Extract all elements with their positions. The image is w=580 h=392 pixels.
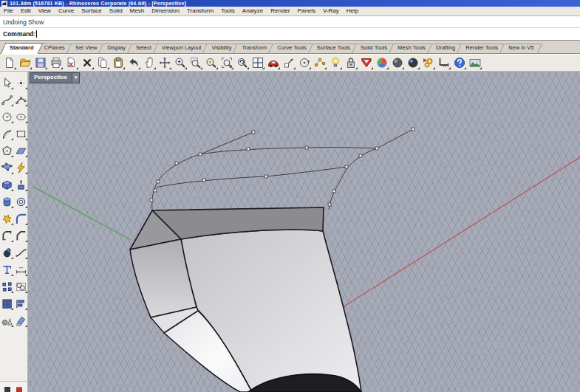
new-file-icon[interactable]: [3, 56, 16, 69]
zoom-extents-icon[interactable]: [220, 56, 233, 69]
control-point[interactable]: [305, 146, 308, 149]
viewport-perspective[interactable]: Perspective ▾: [28, 72, 580, 392]
lock-icon[interactable]: [344, 56, 358, 69]
sidebar-tool-cylinder-icon[interactable]: [1, 196, 13, 208]
tab-surface-tools[interactable]: Surface Tools: [310, 43, 357, 53]
menu-item-edit[interactable]: Edit: [17, 7, 35, 16]
menu-item-mesh[interactable]: Mesh: [126, 7, 149, 16]
sidebar-tool-box-icon[interactable]: [1, 179, 13, 191]
hide-show-icon[interactable]: [329, 56, 342, 69]
sidebar-tool-curve-icon[interactable]: [1, 94, 13, 106]
menu-item-panels[interactable]: Panels: [294, 7, 319, 16]
sidebar-tool-array-icon[interactable]: [1, 298, 13, 310]
move-icon[interactable]: [282, 56, 296, 69]
rotate-view-icon[interactable]: [158, 56, 171, 69]
sidebar-tool-fillet-edge-icon[interactable]: [15, 213, 27, 225]
sidebar-tool-dimension-icon[interactable]: [15, 264, 27, 276]
control-point[interactable]: [247, 148, 250, 151]
menu-item-analyze[interactable]: Analyze: [239, 7, 267, 16]
vray-options-icon[interactable]: [422, 56, 435, 69]
sidebar-tool-text-icon[interactable]: [1, 264, 13, 276]
menu-item-dimension[interactable]: Dimension: [148, 7, 183, 16]
layer-swatch-icon[interactable]: [4, 387, 10, 392]
menu-item-view[interactable]: View: [35, 7, 55, 16]
menu-item-transform[interactable]: Transform: [183, 7, 217, 16]
sidebar-tool-pipe-icon[interactable]: [15, 196, 27, 208]
viewport-title[interactable]: Perspective: [30, 73, 72, 83]
color-wheel-icon[interactable]: [375, 56, 389, 69]
control-point[interactable]: [252, 131, 255, 134]
sidebar-tool-surface-icon[interactable]: [1, 162, 13, 174]
rotate-icon[interactable]: [298, 56, 311, 69]
tab-solid-tools[interactable]: Solid Tools: [354, 43, 394, 53]
vray-frame-icon[interactable]: [360, 56, 373, 69]
sidebar-tool-trim-icon[interactable]: [15, 314, 27, 327]
cut-icon[interactable]: [65, 56, 78, 69]
sidebar-tool-group-icon[interactable]: [15, 281, 27, 293]
viewport-title-tab[interactable]: Perspective ▾: [30, 72, 80, 83]
control-point[interactable]: [345, 165, 348, 168]
rendered-view-icon[interactable]: [406, 56, 420, 69]
cross-curve-lower[interactable]: [156, 167, 347, 188]
copy-icon[interactable]: [96, 56, 109, 69]
sidebar-tool-control-point-curve-icon[interactable]: [15, 94, 27, 106]
undo-icon[interactable]: [127, 56, 140, 69]
sidebar-tool-sphere-icon[interactable]: [1, 247, 13, 259]
tab-render-tools[interactable]: Render Tools: [459, 43, 505, 53]
control-point[interactable]: [265, 175, 267, 178]
delete-x-icon[interactable]: [81, 56, 94, 69]
menu-item-v-ray[interactable]: V-Ray: [319, 7, 343, 16]
control-point[interactable]: [199, 153, 202, 156]
command-input[interactable]: [37, 30, 580, 38]
sidebar-tool-circle-icon[interactable]: [1, 111, 13, 123]
environment-icon[interactable]: [468, 56, 482, 69]
sidebar-tool-align-icon[interactable]: [15, 298, 27, 310]
control-point[interactable]: [375, 147, 378, 150]
control-point[interactable]: [157, 180, 160, 183]
control-point[interactable]: [202, 179, 205, 182]
control-point[interactable]: [412, 128, 414, 131]
zoom-selected-icon[interactable]: [205, 56, 218, 69]
zoom-window-icon[interactable]: [189, 56, 202, 69]
sidebar-tool-lightning-icon[interactable]: [15, 162, 27, 174]
paste-icon[interactable]: [112, 56, 125, 69]
osnap-icon[interactable]: [313, 56, 327, 69]
tab-transform[interactable]: Transform: [235, 43, 273, 53]
tab-curve-tools[interactable]: Curve Tools: [270, 43, 313, 53]
zoom-previous-icon[interactable]: [236, 56, 249, 69]
zoom-dynamic-icon[interactable]: [174, 56, 187, 69]
cross-curve-upper[interactable]: [200, 129, 413, 154]
control-point[interactable]: [175, 162, 178, 165]
save-file-icon[interactable]: [34, 56, 47, 69]
menu-item-solid[interactable]: Solid: [106, 7, 126, 16]
sidebar-tool-extrude-icon[interactable]: [15, 179, 27, 191]
print-icon[interactable]: [50, 56, 63, 69]
sidebar-tool-blend-icon[interactable]: [15, 247, 27, 259]
cplane-icon[interactable]: [437, 56, 451, 69]
viewport-canvas[interactable]: [28, 72, 580, 392]
rail-curve-left[interactable]: [152, 132, 253, 210]
control-point[interactable]: [328, 203, 331, 206]
sidebar-tool-arc-icon[interactable]: [1, 128, 13, 140]
sidebar-tool-polygon-icon[interactable]: [1, 145, 13, 157]
menu-item-file[interactable]: File: [0, 7, 17, 16]
chevron-down-icon[interactable]: ▾: [72, 73, 80, 83]
rail-curve-right[interactable]: [329, 148, 377, 210]
sidebar-tool-plane-icon[interactable]: [15, 145, 27, 157]
tab-standard[interactable]: Standard: [3, 43, 41, 53]
menu-item-curve[interactable]: Curve: [55, 7, 78, 16]
sidebar-tool-rectangle-icon[interactable]: [15, 128, 27, 140]
control-curves[interactable]: [152, 129, 413, 210]
sidebar-tool-chamfer-icon[interactable]: [15, 230, 27, 242]
shaded-view-icon[interactable]: [391, 56, 404, 69]
control-point[interactable]: [154, 189, 157, 192]
render-icon[interactable]: [267, 56, 280, 69]
model-surface[interactable]: [130, 207, 361, 392]
tab-mesh-tools[interactable]: Mesh Tools: [391, 43, 432, 53]
open-folder-icon[interactable]: [18, 56, 32, 69]
tab-new-in-v5[interactable]: New in V5: [502, 43, 540, 53]
menu-item-help[interactable]: Help: [343, 7, 362, 16]
control-point[interactable]: [359, 154, 362, 157]
menu-item-surface[interactable]: Surface: [78, 7, 106, 16]
sidebar-tool-boolean-icon[interactable]: [1, 213, 13, 225]
